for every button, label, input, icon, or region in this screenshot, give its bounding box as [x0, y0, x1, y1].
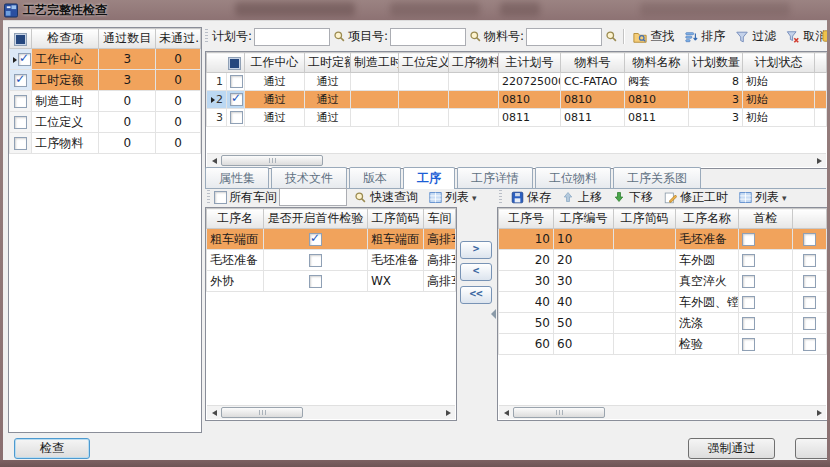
column-header[interactable]: 车间	[424, 209, 456, 229]
column-header-item[interactable]: 检查项	[32, 29, 99, 49]
find-button[interactable]: 查找	[629, 26, 678, 47]
tab-station-material[interactable]: 工位物料	[535, 167, 611, 188]
table-row[interactable]: 1 通过 通过 2207250002 CC-FATAO 阀套 8 初始	[207, 73, 827, 91]
splitter-collapse-handle[interactable]	[491, 309, 496, 319]
table-row[interactable]: 2 通过 通过 0810 0810 0810 3 初始	[207, 91, 827, 109]
workshop-table-h-scrollbar[interactable]	[207, 405, 455, 419]
table-row[interactable]: 50 50 洗涤	[499, 313, 827, 334]
row-checkbox[interactable]	[230, 93, 243, 106]
tab-process[interactable]: 工序	[403, 167, 455, 189]
column-header[interactable]: 是否开启首件检验	[264, 209, 368, 229]
table-row[interactable]: 毛坯准备 毛坯准备 高排车间	[207, 250, 456, 271]
column-header[interactable]: 主计划号	[499, 53, 561, 73]
table-row[interactable]: 10 10 毛坯准备	[499, 229, 827, 250]
select-all-header[interactable]	[207, 53, 245, 73]
row-checkbox[interactable]	[803, 296, 816, 309]
column-header[interactable]: 计划数量	[689, 53, 743, 73]
column-header-passed[interactable]: 通过数目	[99, 29, 156, 49]
quick-search-button[interactable]: 快速查询	[349, 188, 422, 206]
check-button[interactable]: 检查	[14, 438, 90, 459]
table-row[interactable]: 粗车端面 粗车端面 高排车间	[207, 229, 456, 250]
row-checkbox[interactable]	[803, 338, 816, 351]
column-header[interactable]: 工序编号	[554, 209, 614, 229]
search-icon[interactable]	[604, 30, 618, 44]
plan-no-input[interactable]	[254, 28, 330, 46]
column-header[interactable]: 计划状态	[743, 53, 815, 73]
first-check-checkbox[interactable]	[309, 254, 322, 267]
table-row[interactable]: 工位定义 0 0	[10, 112, 201, 133]
list-dropdown-button[interactable]: 列表	[424, 188, 481, 206]
clipped-toolbar-icon[interactable]	[822, 29, 827, 43]
table-row[interactable]: 60 60 检验	[499, 334, 827, 355]
column-header[interactable]: 工序名称	[676, 209, 739, 229]
first-inspect-checkbox[interactable]	[742, 254, 755, 267]
all-workshops-checkbox[interactable]	[214, 191, 227, 204]
scroll-left-arrow[interactable]	[499, 406, 513, 419]
row-checkbox[interactable]	[803, 317, 816, 330]
tab-attribute-set[interactable]: 属性集	[205, 167, 269, 188]
tab-process-detail[interactable]: 工序详情	[457, 167, 533, 188]
project-no-input[interactable]	[390, 28, 466, 46]
table-row[interactable]: 30 30 真空淬火	[499, 271, 827, 292]
row-checkbox[interactable]	[14, 95, 27, 108]
row-checkbox[interactable]	[803, 275, 816, 288]
material-no-input[interactable]	[526, 28, 602, 46]
move-down-button[interactable]: 下移	[608, 188, 657, 206]
first-inspect-checkbox[interactable]	[742, 275, 755, 288]
row-checkbox[interactable]	[18, 53, 31, 66]
row-checkbox[interactable]	[14, 116, 27, 129]
first-inspect-checkbox[interactable]	[742, 233, 755, 246]
row-checkbox[interactable]	[230, 75, 243, 88]
column-header[interactable]: 工序简码	[368, 209, 424, 229]
table-row[interactable]: 工作中心 3 0	[10, 49, 201, 70]
table-row[interactable]: 工序物料 0 0	[10, 133, 201, 154]
scroll-left-arrow[interactable]	[207, 406, 221, 419]
column-header[interactable]: 工序号	[499, 209, 554, 229]
workshop-filter-input[interactable]	[279, 188, 347, 206]
row-checkbox[interactable]	[803, 254, 816, 267]
scroll-right-arrow[interactable]	[812, 406, 826, 419]
column-header[interactable]: 物料名称	[625, 53, 689, 73]
tab-version[interactable]: 版本	[349, 167, 401, 188]
filter-button[interactable]: 过滤	[731, 26, 780, 47]
selected-table-h-scrollbar[interactable]	[499, 405, 826, 419]
row-checkbox[interactable]	[230, 111, 243, 124]
column-header[interactable]: 工时定额	[305, 53, 351, 73]
column-header-failed[interactable]: 未通过...	[156, 29, 201, 49]
column-header[interactable]: 工序名	[207, 209, 264, 229]
column-header[interactable]: 工作中心	[245, 53, 305, 73]
scroll-left-arrow[interactable]	[207, 154, 221, 167]
scrollbar-thumb[interactable]	[221, 407, 303, 418]
tab-process-relation[interactable]: 工序关系图	[613, 167, 701, 188]
tab-tech-docs[interactable]: 技术文件	[271, 167, 347, 188]
select-all-header[interactable]	[10, 29, 32, 49]
remove-process-button[interactable]: <	[460, 263, 492, 281]
column-header[interactable]: 工序简码	[614, 209, 676, 229]
row-checkbox[interactable]	[14, 74, 27, 87]
first-check-checkbox[interactable]	[309, 275, 322, 288]
search-icon[interactable]	[332, 30, 346, 44]
fix-work-hours-button[interactable]: 修正工时	[659, 188, 732, 206]
scroll-right-arrow[interactable]	[441, 406, 455, 419]
clipped-footer-button[interactable]	[795, 438, 827, 459]
scrollbar-thumb[interactable]	[513, 407, 605, 418]
move-up-button[interactable]: 上移	[557, 188, 606, 206]
table-row[interactable]: 工时定额 3 0	[10, 70, 201, 91]
column-header[interactable]: 物料号	[561, 53, 625, 73]
column-header[interactable]: 首检	[739, 209, 793, 229]
remove-all-processes-button[interactable]: <<	[460, 286, 492, 304]
sort-button[interactable]: 排序	[680, 26, 729, 47]
scrollbar-thumb[interactable]	[221, 155, 323, 166]
first-inspect-checkbox[interactable]	[742, 338, 755, 351]
cancel-filter-button[interactable]: 取消过滤	[782, 26, 824, 47]
add-process-button[interactable]: >	[460, 241, 492, 259]
list-dropdown-button[interactable]: 列表	[734, 188, 791, 206]
table-row[interactable]: 外协 WX 高排车间	[207, 271, 456, 292]
row-checkbox[interactable]	[803, 233, 816, 246]
save-button[interactable]: 保存	[506, 188, 555, 206]
table-row[interactable]: 制造工时 0 0	[10, 91, 201, 112]
force-pass-button[interactable]: 强制通过	[688, 438, 775, 459]
first-check-checkbox[interactable]	[309, 233, 322, 246]
row-checkbox[interactable]	[14, 137, 27, 150]
column-header[interactable]: 工位定义	[399, 53, 449, 73]
